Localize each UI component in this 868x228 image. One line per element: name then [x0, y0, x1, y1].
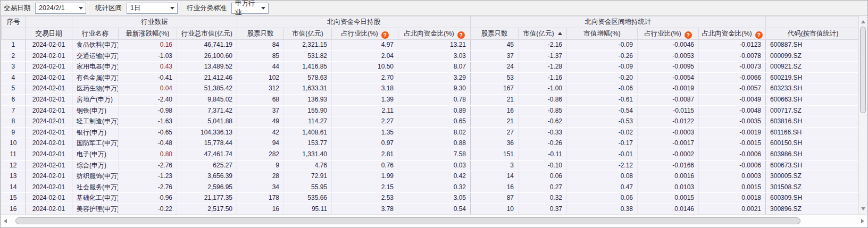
- cell-industry-total-mcap: 625.27: [177, 160, 237, 171]
- column-header-holding-industry-ratio[interactable]: 占行业比(%)?: [332, 28, 398, 40]
- cell-interval-mcap-change: -0.53: [567, 116, 638, 128]
- cell-interval-mcap: -0.11: [519, 149, 567, 160]
- table-row[interactable]: 112024-02-01电子(申万)0.8047,461.742821,331.…: [2, 149, 860, 160]
- cell-latest-change-pct: -0.96: [119, 193, 177, 204]
- cell-interval-northbound-ratio: -0.0049: [699, 94, 766, 105]
- cell-holding-mcap: 95.11: [284, 204, 332, 215]
- cell-interval-industry-ratio: -0.0002: [638, 149, 699, 160]
- cell-index: 14: [2, 182, 26, 193]
- cell-interval-mcap-change: -0.17: [567, 138, 638, 149]
- cell-trade-date: 2024-02-01: [26, 72, 72, 83]
- cell-holding-industry-ratio: 2.04: [332, 50, 398, 62]
- table-row[interactable]: 12024-02-01食品饮料(申万)0.1646,741.19842,321.…: [2, 40, 860, 51]
- scroll-up-button[interactable]: [859, 18, 867, 26]
- industry-standard-select[interactable]: 申万行业: [231, 3, 269, 14]
- column-header-industry-total-mcap[interactable]: 行业总市值(亿元): [177, 28, 237, 40]
- table-row[interactable]: 42024-02-01有色金属(申万)-0.4121,412.46102578.…: [2, 72, 860, 83]
- table-row[interactable]: 152024-02-01基础化工(申万)-0.9621,177.35178535…: [2, 193, 860, 204]
- column-header-code-by-mcap[interactable]: 代码(按市值统计): [766, 28, 859, 40]
- cell-holding-stock-count: 37: [237, 105, 284, 116]
- table-row[interactable]: 92024-02-01银行(申万)-0.65104,336.13421,408.…: [2, 127, 860, 138]
- scroll-right-icon: [861, 219, 864, 223]
- column-header-interval-stock-count[interactable]: 股票只数: [471, 28, 519, 40]
- cell-industry-total-mcap: 2,517.50: [177, 204, 237, 215]
- scroll-down-icon: [861, 207, 865, 210]
- cell-industry-total-mcap: 15,778.44: [177, 138, 237, 149]
- cell-code-by-mcap: 301508.SZ: [766, 182, 859, 193]
- table-row[interactable]: 22024-02-01交通运输(申万)-1.0326,100.6085531.8…: [2, 50, 860, 62]
- column-header-trade-date[interactable]: 交易日期: [26, 28, 72, 40]
- vertical-scrollbar[interactable]: [858, 16, 867, 214]
- cell-latest-change-pct: -1.03: [119, 50, 177, 62]
- cell-latest-change-pct: -2.76: [119, 160, 177, 171]
- table-row[interactable]: 82024-02-01轻工制造(申万)-1.635,041.8849114.27…: [2, 116, 860, 128]
- group-header-index: 序号: [2, 16, 26, 28]
- cell-code-by-mcap: 300005.SZ: [766, 171, 859, 182]
- cell-holding-stock-count: 28: [237, 171, 284, 182]
- help-icon[interactable]: ?: [685, 31, 692, 39]
- cell-interval-stock-count: 167: [471, 83, 519, 95]
- cell-holding-mcap: 1,408.61: [284, 127, 332, 138]
- cell-industry-total-mcap: 5,041.88: [177, 116, 237, 128]
- cell-trade-date: 2024-02-01: [26, 62, 72, 73]
- column-header-label: 股票只数: [247, 30, 274, 37]
- cell-holding-stock-count: 85: [237, 50, 284, 62]
- cell-latest-change-pct: 0.04: [119, 83, 177, 95]
- cell-holding-stock-count: 34: [237, 182, 284, 193]
- column-header-interval-mcap[interactable]: 市值(亿元): [519, 28, 567, 40]
- cell-code-by-mcap: 300896.SZ: [766, 204, 859, 215]
- cell-interval-stock-count: 21: [471, 94, 519, 105]
- group-header-blank-left: [26, 16, 72, 28]
- table-row[interactable]: 162024-02-01美容护理(申万)-0.222,517.501695.11…: [2, 204, 860, 215]
- horizontal-scrollbar[interactable]: [1, 214, 867, 227]
- cell-industry-total-mcap: 26,100.60: [177, 50, 237, 62]
- trade-date-select[interactable]: 2024/2/1: [35, 3, 86, 14]
- table-row[interactable]: 62024-02-01房地产(申万)-2.409,845.0268136.931…: [2, 94, 860, 105]
- column-header-interval-mcap-change[interactable]: 市值增幅(%): [567, 28, 638, 40]
- column-header-holding-northbound-ratio[interactable]: 占北向资金比(%)?: [398, 28, 471, 40]
- vertical-scroll-thumb[interactable]: [860, 27, 866, 113]
- table-row[interactable]: 122024-02-01综合(申万)-2.76625.2794.760.760.…: [2, 160, 860, 171]
- column-header-industry-name[interactable]: 行业名称: [72, 28, 119, 40]
- table-row[interactable]: 32024-02-01家用电器(申万)0.4313,489.52441,416.…: [2, 62, 860, 73]
- column-header-interval-northbound-ratio[interactable]: 占北向资金比(%)?: [699, 28, 766, 40]
- cell-industry-name: 纺织服饰(申万): [72, 171, 119, 182]
- cell-trade-date: 2024-02-01: [26, 204, 72, 215]
- cell-industry-total-mcap: 13,489.52: [177, 62, 237, 73]
- column-header-interval-industry-ratio[interactable]: 占行业比(%)?: [638, 28, 699, 40]
- scroll-down-button[interactable]: [859, 205, 867, 213]
- cell-industry-total-mcap: 46,741.19: [177, 40, 237, 51]
- help-icon[interactable]: ?: [457, 31, 465, 39]
- help-icon[interactable]: ?: [755, 31, 763, 39]
- cell-holding-industry-ratio: 1.39: [332, 94, 398, 105]
- cell-holding-mcap: 4.76: [284, 160, 332, 171]
- table-row[interactable]: 142024-02-01社会服务(申万)-2.762,596.953455.95…: [2, 182, 860, 193]
- horizontal-scroll-thumb[interactable]: [15, 217, 800, 224]
- cell-holding-industry-ratio: 3.78: [332, 204, 398, 215]
- cell-interval-stock-count: 14: [471, 171, 519, 182]
- cell-industry-total-mcap: 104,336.13: [177, 127, 237, 138]
- column-header-index[interactable]: [2, 28, 26, 40]
- column-header-holding-stock-count[interactable]: 股票只数: [237, 28, 284, 40]
- cell-latest-change-pct: -2.76: [119, 182, 177, 193]
- cell-holding-northbound-ratio: 0.42: [398, 171, 471, 182]
- cell-industry-total-mcap: 2,596.95: [177, 182, 237, 193]
- table-row[interactable]: 72024-02-01钢铁(申万)-0.987,371.4237155.902.…: [2, 105, 860, 116]
- cell-interval-northbound-ratio: -0.0073: [699, 62, 766, 73]
- cell-holding-mcap: 155.90: [284, 105, 332, 116]
- stat-interval-select[interactable]: 1日: [127, 3, 178, 14]
- help-icon[interactable]: ?: [381, 31, 389, 39]
- column-header-holding-mcap[interactable]: 市值(亿元): [284, 28, 332, 40]
- table-row[interactable]: 132024-02-01纺织服饰(申万)-1.233,656.392872.91…: [2, 171, 860, 182]
- column-header-latest-change-pct[interactable]: 最新涨跌幅(%): [119, 28, 177, 40]
- cell-interval-mcap-change: 0.47: [567, 182, 638, 193]
- column-header-label: 占行业比(%): [644, 30, 681, 37]
- scroll-left-button[interactable]: [2, 215, 9, 227]
- cell-interval-industry-ratio: 0.0146: [638, 204, 699, 215]
- table-row[interactable]: 102024-02-01国防军工(申万)-0.4815,778.4494153.…: [2, 138, 860, 149]
- table-row[interactable]: 52024-02-01医药生物(申万)0.0451,385.423121,633…: [2, 83, 860, 95]
- scroll-right-button[interactable]: [859, 215, 866, 227]
- cell-code-by-mcap: 600887.SH: [766, 40, 859, 51]
- column-header-label: 交易日期: [36, 30, 62, 37]
- cell-index: 3: [2, 62, 26, 73]
